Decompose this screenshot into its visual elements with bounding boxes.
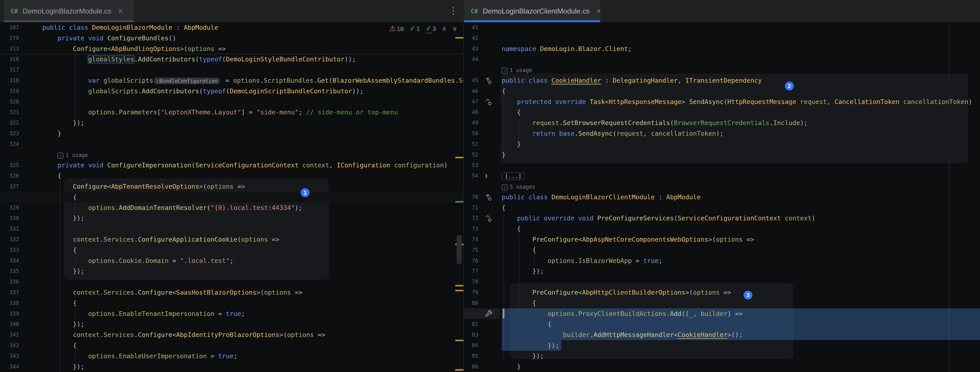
editor-pane-left[interactable]: ⚠ 16 ✓ 1 ✓ 3 ∧ ∨ 107public class DemoLog…	[0, 22, 463, 372]
scrollbar-thumb[interactable]	[457, 235, 462, 265]
code-line[interactable]: 313 Configure<AbpBundlingOptions>(option…	[0, 43, 463, 54]
code-line[interactable]: 70public class DemoLoginBlazorClientModu…	[464, 192, 980, 203]
line-number[interactable]: 330	[0, 213, 19, 224]
line-number[interactable]: 341	[0, 329, 19, 340]
usage-inlay[interactable]: 5 usages	[510, 184, 535, 190]
line-number[interactable]: 78	[464, 276, 478, 287]
ok-stripe-mark[interactable]	[455, 201, 463, 203]
line-number[interactable]: 45	[464, 75, 478, 86]
warning-stripe-mark[interactable]	[455, 37, 463, 38]
line-number[interactable]: 327	[0, 181, 19, 192]
override-gutter-icon[interactable]	[484, 192, 492, 203]
chevron-down-icon[interactable]: ∨	[452, 25, 457, 32]
line-number[interactable]: 324	[0, 139, 19, 149]
line-number[interactable]: 73	[464, 224, 478, 234]
code-line[interactable]: 325 private void ConfigureImpersonation(…	[0, 160, 463, 171]
line-number[interactable]: 50	[464, 128, 478, 139]
code-line[interactable]: 340 });	[0, 319, 463, 329]
wrench-icon[interactable]	[484, 308, 493, 319]
code-line[interactable]: 324	[0, 139, 463, 149]
line-number[interactable]: 335	[0, 266, 19, 276]
code-line[interactable]: 342 {	[0, 340, 463, 351]
line-number[interactable]: 48	[464, 107, 478, 118]
line-number[interactable]: 342	[0, 340, 19, 351]
code-line[interactable]: 318 var globalScripts:BundleConfiguratio…	[0, 75, 463, 86]
line-number[interactable]: 343	[0, 351, 19, 361]
line-number[interactable]: 107	[0, 22, 19, 33]
warning-stripe-mark[interactable]	[455, 157, 463, 158]
line-number[interactable]: 334	[0, 255, 19, 266]
code-line[interactable]: 317	[0, 64, 463, 75]
line-number[interactable]: 44	[464, 54, 478, 64]
code-line[interactable]: 77 });	[464, 266, 980, 276]
code-line[interactable]: 332 context.Services.ConfigureApplicatio…	[0, 234, 463, 245]
code-line[interactable]: 337 context.Services.Configure<SaasHostB…	[0, 287, 463, 298]
code-line[interactable]: 323 }	[0, 128, 463, 139]
kebab-menu-icon[interactable]: ⋮	[449, 3, 458, 18]
code-line[interactable]: 322 });	[0, 118, 463, 128]
line-number[interactable]: 51	[464, 139, 478, 149]
line-number[interactable]: 340	[0, 319, 19, 329]
code-line[interactable]: 339 options.EnableTenantImpersonation = …	[0, 308, 463, 319]
code-line[interactable]: 338 {	[0, 298, 463, 308]
line-number[interactable]: 74	[464, 234, 478, 245]
warning-stripe-mark[interactable]	[455, 340, 463, 341]
code-line[interactable]: 86 }	[464, 361, 980, 372]
code-line[interactable]: 321 options.Parameters["LeptonXTheme.Lay…	[0, 107, 463, 118]
line-number[interactable]: 86	[464, 361, 478, 372]
line-number[interactable]: 338	[0, 298, 19, 308]
line-number[interactable]: 339	[0, 308, 19, 319]
line-number[interactable]: 42	[464, 33, 478, 43]
code-line[interactable]: 75 {	[464, 245, 980, 255]
code-line[interactable]: 320	[0, 96, 463, 107]
line-number[interactable]: 79	[464, 287, 478, 298]
code-line[interactable]: 319 globalScripts.AddContributors(typeof…	[0, 86, 463, 96]
line-number[interactable]: 46	[464, 86, 478, 96]
line-number[interactable]: 320	[0, 96, 19, 107]
line-number[interactable]: 80	[464, 298, 478, 308]
line-number[interactable]: 331	[0, 224, 19, 234]
line-number[interactable]: 344	[0, 361, 19, 372]
editor-pane-right[interactable]: 414243namespace DemoLogin.Blazor.Client;…	[464, 22, 980, 372]
line-number[interactable]: 72	[464, 213, 478, 224]
inspection-widget[interactable]: ⚠ 16 ✓ 1 ✓ 3 ∧ ∨	[389, 24, 457, 33]
tab-demologinblazormodule[interactable]: C# DemoLoginBlazorModule.cs ✕	[4, 0, 134, 22]
code-line[interactable]: 74 PreConfigure<AbpAspNetCoreComponentsW…	[464, 234, 980, 245]
warning-stripe-mark[interactable]	[455, 285, 463, 286]
line-number[interactable]: 41	[464, 22, 478, 33]
line-number[interactable]: 333	[0, 245, 19, 255]
line-number[interactable]: 316	[0, 54, 19, 64]
tab-demologinblazorclientmodule[interactable]: C# DemoLoginBlazorClientModule.cs ✕	[464, 0, 600, 22]
code-line[interactable]: ↗1 usage	[0, 149, 463, 160]
warning-stripe-mark[interactable]	[455, 369, 463, 371]
line-number[interactable]: 318	[0, 75, 19, 86]
code-line[interactable]: 334 options.Cookie.Domain = ".local.test…	[0, 255, 463, 266]
code-line[interactable]: 316 globalStyles.AddContributors(typeof(…	[0, 54, 463, 64]
line-number[interactable]: 54	[464, 171, 478, 181]
code-line[interactable]: 71{	[464, 203, 980, 213]
warning-stripe-mark[interactable]	[455, 290, 463, 291]
usage-inlay[interactable]: 1 usage	[65, 152, 88, 158]
fold-box[interactable]: [...]	[502, 172, 525, 180]
code-line[interactable]: 47 protected override Task<HttpResponseM…	[464, 96, 980, 107]
line-number[interactable]: 317	[0, 64, 19, 75]
chevron-up-icon[interactable]: ∧	[442, 25, 447, 32]
line-number[interactable]: 332	[0, 234, 19, 245]
line-number[interactable]: 279	[0, 33, 19, 43]
code-line[interactable]: 42	[464, 33, 980, 43]
close-icon[interactable]: ✕	[118, 8, 123, 15]
code-line[interactable]: 44	[464, 54, 980, 64]
code-line[interactable]: ↗5 usages	[464, 181, 980, 192]
line-number[interactable]: 53	[464, 160, 478, 171]
code-line[interactable]: 43namespace DemoLogin.Blazor.Client;	[464, 43, 980, 54]
override-gutter-icon[interactable]	[484, 213, 492, 224]
code-line[interactable]: 72 public override void PreConfigureServ…	[464, 213, 980, 224]
line-number[interactable]: 47	[464, 96, 478, 107]
folded-region[interactable]: [...]	[502, 171, 525, 181]
code-line[interactable]: 79 PreConfigure<AbpHttpClientBuilderOpti…	[464, 287, 980, 298]
line-number[interactable]: 336	[0, 276, 19, 287]
line-number[interactable]: 83	[464, 329, 478, 340]
line-number[interactable]: 326	[0, 171, 19, 181]
line-number[interactable]: 43	[464, 43, 478, 54]
code-line[interactable]: 54❯[...]	[464, 171, 980, 181]
